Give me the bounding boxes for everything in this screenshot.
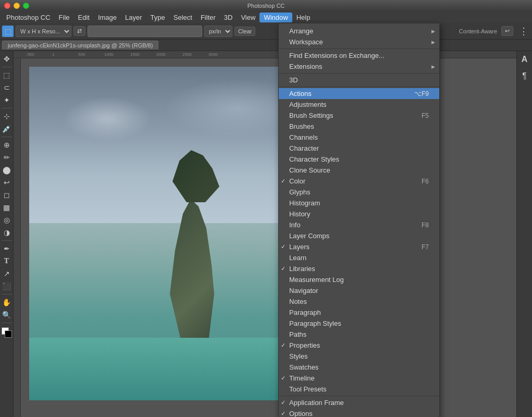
- menu-section-app: ✓ Application Frame ✓ Options ✓ Tools: [279, 396, 439, 417]
- menu-item-styles[interactable]: Styles: [279, 351, 439, 362]
- menu-item-info[interactable]: Info F8: [279, 219, 439, 230]
- menu-item-tool-presets[interactable]: Tool Presets: [279, 384, 439, 395]
- menu-item-measurement-log[interactable]: Measurement Log: [279, 274, 439, 285]
- menu-item-notes[interactable]: Notes: [279, 296, 439, 307]
- toolbar-value-input[interactable]: [88, 26, 202, 37]
- tool-history-brush[interactable]: ↩: [1, 177, 13, 188]
- tool-divider-3: [2, 137, 12, 137]
- menu-item-paragraph[interactable]: Paragraph: [279, 307, 439, 318]
- menu-item-label: Info: [289, 221, 301, 229]
- traffic-lights: [4, 3, 29, 9]
- tool-gradient[interactable]: ▦: [1, 202, 13, 213]
- menu-view[interactable]: View: [237, 13, 259, 22]
- menu-section-3d: 3D: [279, 73, 439, 87]
- tool-eraser[interactable]: ◻: [1, 189, 13, 201]
- right-panel-icon-1[interactable]: A: [518, 53, 531, 66]
- ruler-vertical: [14, 58, 21, 417]
- menu-select[interactable]: Select: [169, 13, 196, 22]
- menu-item-workspace[interactable]: Workspace: [279, 36, 439, 47]
- menu-edit[interactable]: Edit: [74, 13, 94, 22]
- menu-item-swatches[interactable]: Swatches: [279, 362, 439, 373]
- color-swatches[interactable]: [2, 327, 12, 338]
- tool-hand[interactable]: ✋: [1, 297, 13, 308]
- tool-blur[interactable]: ◎: [1, 214, 13, 226]
- check-icon: ✓: [281, 375, 286, 382]
- menu-item-channels[interactable]: Channels: [279, 132, 439, 143]
- tool-marquee[interactable]: ⬚: [1, 69, 13, 81]
- menu-item-label: Glyphs: [289, 188, 310, 196]
- tool-shape[interactable]: ⬛: [1, 280, 13, 292]
- minimize-button[interactable]: [14, 3, 20, 9]
- menu-item-history[interactable]: History: [279, 208, 439, 219]
- menu-item-histogram[interactable]: Histogram: [279, 198, 439, 208]
- toolbar-units-select[interactable]: px/in: [204, 26, 232, 37]
- ruler-mark: 2500: [182, 52, 208, 57]
- menu-item-glyphs[interactable]: Glyphs: [279, 187, 439, 198]
- menu-item-actions[interactable]: Actions ⌥F9: [279, 88, 439, 99]
- tool-magic-wand[interactable]: ✦: [1, 94, 13, 106]
- menu-3d[interactable]: 3D: [220, 13, 237, 22]
- menu-item-label: Swatches: [289, 363, 318, 371]
- tool-type[interactable]: T: [1, 255, 13, 267]
- menu-item-3d[interactable]: 3D: [279, 75, 439, 85]
- toolbar-swap-btn[interactable]: ⇄: [73, 26, 85, 36]
- menu-item-brushes[interactable]: Brushes: [279, 121, 439, 132]
- doc-tab-bar: junfeng-gao-cEknN1ckP1s-unsplash.jpg @ 2…: [0, 40, 532, 51]
- menu-item-extensions[interactable]: Extensions: [279, 61, 439, 72]
- tool-lasso[interactable]: ⊂: [1, 82, 13, 93]
- menu-item-learn[interactable]: Learn: [279, 252, 439, 263]
- tool-eyedropper[interactable]: 💉: [1, 123, 13, 134]
- background-color[interactable]: [5, 330, 12, 338]
- toolbar-clear-btn[interactable]: Clear: [234, 27, 255, 36]
- menu-item-label: Timeline: [289, 374, 315, 382]
- menu-item-layers[interactable]: ✓ Layers F7: [279, 241, 439, 252]
- menu-item-character[interactable]: Character: [279, 143, 439, 154]
- ruler-mark: 1: [52, 52, 78, 57]
- menu-layer[interactable]: Layer: [121, 13, 146, 22]
- toolbar-dimension-select[interactable]: W x H x Reso...: [16, 26, 71, 37]
- tool-path-selection[interactable]: ↗: [1, 268, 13, 279]
- menu-window[interactable]: Window: [259, 13, 292, 22]
- tool-crop[interactable]: ⊹: [1, 111, 13, 122]
- menu-item-layer-comps[interactable]: Layer Comps: [279, 230, 439, 241]
- menu-item-brush-settings[interactable]: Brush Settings F5: [279, 110, 439, 121]
- menu-item-paths[interactable]: Paths: [279, 329, 439, 340]
- menu-help[interactable]: Help: [292, 13, 315, 22]
- tool-move[interactable]: ✥: [1, 53, 13, 65]
- menu-item-arrange[interactable]: Arrange: [279, 26, 439, 36]
- menu-item-properties[interactable]: ✓ Properties: [279, 340, 439, 351]
- menu-item-label: Learn: [289, 254, 306, 262]
- tool-spot-healing[interactable]: ⊕: [1, 139, 13, 151]
- doc-tab[interactable]: junfeng-gao-cEknN1ckP1s-unsplash.jpg @ 2…: [2, 41, 158, 50]
- maximize-button[interactable]: [23, 3, 29, 9]
- menu-item-timeline[interactable]: ✓ Timeline: [279, 373, 439, 384]
- menu-filter[interactable]: Filter: [196, 13, 220, 22]
- menu-type[interactable]: Type: [146, 13, 169, 22]
- menu-item-libraries[interactable]: ✓ Libraries: [279, 263, 439, 274]
- menu-item-character-styles[interactable]: Character Styles: [279, 154, 439, 165]
- menu-item-adjustments[interactable]: Adjustments: [279, 99, 439, 110]
- menu-image[interactable]: Image: [94, 13, 121, 22]
- menu-item-label: Measurement Log: [289, 276, 344, 284]
- menu-item-paragraph-styles[interactable]: Paragraph Styles: [279, 318, 439, 329]
- menu-item-clone-source[interactable]: Clone Source: [279, 165, 439, 176]
- tool-clone[interactable]: ⬤: [1, 164, 13, 176]
- menu-item-navigator[interactable]: Navigator: [279, 285, 439, 296]
- menu-item-color[interactable]: ✓ Color F6: [279, 176, 439, 187]
- toolbar-undo-btn[interactable]: ↩: [501, 26, 513, 36]
- tool-brush[interactable]: ✏: [1, 152, 13, 163]
- tool-dodge[interactable]: ◑: [1, 227, 13, 238]
- menu-file[interactable]: File: [55, 13, 74, 22]
- menu-item-label: Clone Source: [289, 166, 330, 174]
- right-panel-icon-2[interactable]: ¶: [518, 70, 531, 82]
- menu-item-application-frame[interactable]: ✓ Application Frame: [279, 397, 439, 408]
- tool-zoom[interactable]: 🔍: [1, 309, 13, 321]
- menu-item-shortcut: F8: [422, 222, 429, 229]
- menu-item-find-extensions[interactable]: Find Extensions on Exchange...: [279, 50, 439, 61]
- menu-photoshop[interactable]: Photoshop CC: [2, 13, 55, 22]
- close-button[interactable]: [4, 3, 10, 9]
- tool-pen[interactable]: ✒: [1, 243, 13, 254]
- toolbar-tool-icon[interactable]: ⬚: [2, 26, 14, 37]
- menu-item-options[interactable]: ✓ Options: [279, 408, 439, 417]
- toolbar-right-panel-btn[interactable]: ⋮: [517, 25, 530, 38]
